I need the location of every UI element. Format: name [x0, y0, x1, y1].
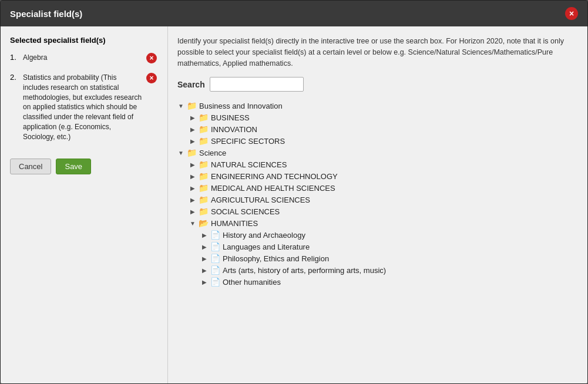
save-button[interactable]: Save	[56, 159, 91, 174]
remove-item-1-button[interactable]: ×	[146, 53, 158, 63]
tree-label: History and Archaeology	[223, 231, 305, 240]
tree-row-medical[interactable]: 📁 MEDICAL AND HEALTH SCIENCES	[189, 182, 578, 194]
tree-row-social[interactable]: 📁 SOCIAL SCIENCES	[189, 206, 578, 217]
action-buttons: Cancel Save	[10, 159, 158, 174]
remove-icon: ×	[146, 73, 157, 83]
description-text: Identify your specialist field(s) direct…	[177, 36, 578, 69]
tree-children-business: 📁 BUSINESS 📁 INNOVATION	[177, 112, 578, 147]
chevron-icon	[189, 126, 196, 133]
left-panel-title: Selected specialist field(s)	[10, 36, 158, 45]
modal-container: Specialist field(s) × Selected specialis…	[0, 0, 588, 384]
tree-item-languages: 📄 Languages and Literature	[201, 241, 578, 252]
tree-row-arts[interactable]: 📄 Arts (arts, history of arts, performin…	[201, 264, 578, 276]
chevron-icon	[189, 220, 196, 227]
tree-label: BUSINESS	[211, 113, 250, 122]
folder-icon: 📄	[210, 277, 220, 287]
tree-row-innovation[interactable]: 📁 INNOVATION	[189, 123, 578, 135]
folder-icon: 📄	[210, 242, 220, 251]
tree-row-history[interactable]: 📄 History and Archaeology	[201, 229, 578, 241]
tree-label: Arts (arts, history of arts, performing …	[223, 266, 386, 275]
tree-row-natural-sciences[interactable]: 📁 NATURAL SCIENCES	[189, 159, 578, 170]
remove-icon: ×	[146, 53, 157, 63]
tree-item-specific-sectors: 📁 SPECIFIC SECTORS	[189, 135, 578, 147]
tree-row-science[interactable]: 📁 Science	[177, 147, 578, 159]
item-text: Algebra	[23, 53, 143, 63]
tree-item-arts: 📄 Arts (arts, history of arts, performin…	[201, 264, 578, 276]
tree-row-business[interactable]: 📁 Business and Innovation	[177, 100, 578, 112]
left-panel: Selected specialist field(s) 1. Algebra …	[1, 26, 168, 383]
folder-open-icon: 📂	[199, 218, 209, 228]
chevron-icon	[189, 161, 196, 168]
folder-icon: 📁	[199, 183, 209, 193]
item-text: Statistics and probability (This include…	[23, 73, 143, 142]
chevron-icon	[189, 185, 196, 191]
tree-row-other-humanities[interactable]: 📄 Other humanities	[201, 276, 578, 288]
tree-item-social: 📁 SOCIAL SCIENCES	[189, 206, 578, 217]
tree-label: Philosophy, Ethics and Religion	[223, 254, 329, 263]
tree-row-business-sub[interactable]: 📁 BUSINESS	[189, 112, 578, 123]
folder-icon: 📁	[199, 113, 209, 122]
tree-row-agricultural[interactable]: 📁 AGRICULTURAL SCIENCES	[189, 194, 578, 206]
remove-item-2-button[interactable]: ×	[146, 73, 158, 83]
tree-label: Other humanities	[223, 278, 281, 287]
chevron-icon	[201, 232, 208, 238]
tree-item-natural-sciences: 📁 NATURAL SCIENCES	[189, 159, 578, 170]
chevron-icon	[177, 150, 184, 156]
tree-item-medical: 📁 MEDICAL AND HEALTH SCIENCES	[189, 182, 578, 194]
tree: 📁 Business and Innovation 📁 BUSINESS	[177, 100, 578, 288]
close-button[interactable]: ×	[565, 7, 578, 20]
tree-row-specific-sectors[interactable]: 📁 SPECIFIC SECTORS	[189, 135, 578, 147]
tree-label: INNOVATION	[211, 125, 257, 134]
chevron-icon	[189, 197, 196, 203]
item-index: 2.	[10, 73, 19, 82]
folder-open-icon: 📁	[187, 101, 197, 110]
folder-open-icon: 📁	[187, 148, 197, 157]
tree-label: ENGINEERING AND TECHNOLOGY	[211, 172, 338, 181]
tree-row-languages[interactable]: 📄 Languages and Literature	[201, 241, 578, 252]
modal-title: Specialist field(s)	[10, 9, 82, 19]
tree-children-science: 📁 NATURAL SCIENCES 📁 ENGINEERING AND TEC…	[177, 159, 578, 288]
tree-label: SPECIFIC SECTORS	[211, 137, 285, 146]
folder-icon: 📄	[210, 230, 220, 240]
folder-icon: 📁	[199, 195, 209, 204]
chevron-icon	[201, 244, 208, 250]
tree-label: MEDICAL AND HEALTH SCIENCES	[211, 184, 335, 193]
folder-icon: 📁	[199, 160, 209, 169]
list-item: 1. Algebra ×	[10, 53, 158, 63]
tree-item-business: 📁 Business and Innovation 📁 BUSINESS	[177, 100, 578, 147]
tree-item-engineering: 📁 ENGINEERING AND TECHNOLOGY	[189, 170, 578, 182]
cancel-button[interactable]: Cancel	[10, 159, 51, 174]
chevron-icon	[189, 173, 196, 180]
tree-row-philosophy[interactable]: 📄 Philosophy, Ethics and Religion	[201, 252, 578, 264]
tree-label: SOCIAL SCIENCES	[211, 207, 280, 216]
tree-row-humanities[interactable]: 📂 HUMANITIES	[189, 217, 578, 229]
folder-icon: 📄	[210, 254, 220, 263]
tree-label: Languages and Literature	[223, 242, 310, 251]
tree-item-business-sub: 📁 BUSINESS	[189, 112, 578, 123]
chevron-icon	[201, 279, 208, 285]
folder-icon: 📁	[199, 124, 209, 134]
chevron-icon	[189, 138, 196, 144]
tree-item-other-humanities: 📄 Other humanities	[201, 276, 578, 288]
folder-icon: 📁	[199, 171, 209, 181]
item-index: 1.	[10, 53, 19, 62]
chevron-icon	[189, 114, 196, 121]
search-label: Search	[177, 80, 205, 89]
tree-label: HUMANITIES	[211, 219, 258, 228]
tree-label: Science	[199, 149, 226, 157]
tree-item-agricultural: 📁 AGRICULTURAL SCIENCES	[189, 194, 578, 206]
right-panel: Identify your specialist field(s) direct…	[168, 26, 587, 383]
tree-row-engineering[interactable]: 📁 ENGINEERING AND TECHNOLOGY	[189, 170, 578, 182]
tree-label: NATURAL SCIENCES	[211, 160, 287, 169]
modal-title-bar: Specialist field(s) ×	[1, 1, 587, 26]
chevron-icon	[177, 103, 184, 109]
search-input[interactable]	[210, 77, 304, 92]
search-row: Search	[177, 77, 578, 92]
tree-item-science: 📁 Science 📁 NATURAL SCIENCES	[177, 147, 578, 288]
chevron-icon	[189, 208, 196, 215]
folder-icon: 📄	[210, 265, 220, 275]
tree-item-humanities: 📂 HUMANITIES 📄 History and Archaeology	[189, 217, 578, 288]
tree-children-humanities: 📄 History and Archaeology 📄 Languages an…	[189, 229, 578, 288]
tree-label: Business and Innovation	[199, 102, 283, 110]
tree-item-philosophy: 📄 Philosophy, Ethics and Religion	[201, 252, 578, 264]
